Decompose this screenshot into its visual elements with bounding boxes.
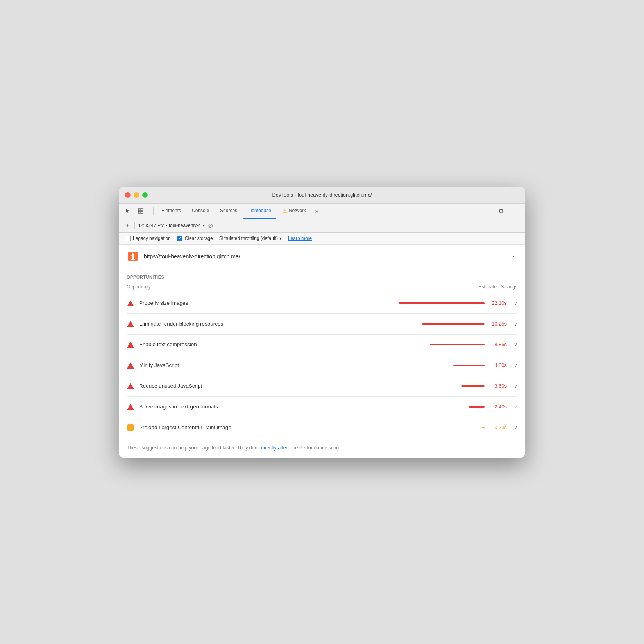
- clear-storage-item: Clear storage: [177, 236, 213, 241]
- savings-bar-container: [399, 302, 485, 304]
- savings-bar-container: [461, 385, 485, 387]
- warning-triangle-icon: [127, 342, 134, 348]
- new-tab-button[interactable]: +: [123, 222, 131, 230]
- opportunity-label: Properly size images: [139, 300, 394, 306]
- tab-icons: [123, 206, 145, 216]
- savings-value-yellow: 0.23s: [489, 424, 507, 430]
- tab-network[interactable]: ⚠ Network: [277, 203, 311, 219]
- learn-more-link[interactable]: Learn more: [288, 236, 312, 241]
- tab-elements[interactable]: Elements: [157, 203, 186, 219]
- savings-bar-container: [482, 427, 485, 428]
- warning-triangle-icon: [127, 300, 134, 306]
- options-bar: Legacy navigation Clear storage Simulate…: [119, 233, 525, 245]
- savings-value: 3.60s: [489, 383, 507, 389]
- savings-bar-container: [422, 323, 485, 325]
- svg-rect-1: [141, 209, 143, 211]
- expand-chevron-icon[interactable]: ∨: [514, 383, 517, 389]
- opportunity-label: Enable text compression: [139, 342, 425, 347]
- savings-bar: [399, 302, 485, 304]
- legacy-navigation-item: Legacy navigation: [125, 236, 171, 241]
- warning-triangle-icon: [127, 383, 134, 389]
- footer-text-before: These suggestions can help your page loa…: [127, 445, 261, 451]
- opportunities-section: OPPORTUNITIES Opportunity Estimated Savi…: [119, 268, 525, 438]
- column-headers: Opportunity Estimated Savings: [127, 284, 517, 293]
- opportunity-row: Minify JavaScript 4.80s ∨: [127, 355, 517, 376]
- legacy-navigation-checkbox[interactable]: [125, 236, 131, 241]
- opportunity-row: Properly size images 22.10s ∨: [127, 293, 517, 314]
- svg-rect-2: [138, 211, 140, 213]
- opportunity-row: Reduce unused JavaScript 3.60s ∨: [127, 376, 517, 397]
- panel-footer: These suggestions can help your page loa…: [119, 438, 525, 458]
- expand-chevron-icon[interactable]: ∨: [514, 363, 517, 368]
- title-bar: DevTools - foul-heavenly-direction.glitc…: [119, 187, 525, 204]
- clear-storage-label: Clear storage: [185, 236, 213, 241]
- settings-icon[interactable]: ⚙: [496, 206, 506, 216]
- maximize-button[interactable]: [142, 192, 148, 198]
- expand-chevron-icon[interactable]: ∨: [514, 321, 517, 327]
- svg-rect-3: [141, 211, 143, 213]
- warning-icon: ⚠: [282, 208, 287, 214]
- opportunity-row: Serve images in next-gen formats 2.40s ∨: [127, 397, 517, 417]
- savings-bar: [469, 406, 485, 408]
- expand-chevron-icon[interactable]: ∨: [514, 425, 517, 430]
- tab-bar: Elements Console Sources Lighthouse ⚠ Ne…: [119, 204, 525, 219]
- tab-console[interactable]: Console: [187, 203, 214, 219]
- svg-rect-6: [131, 259, 135, 260]
- expand-chevron-icon[interactable]: ∨: [514, 342, 517, 347]
- tab-lighthouse[interactable]: Lighthouse: [243, 203, 276, 219]
- warning-triangle-icon: [127, 362, 134, 369]
- url-more-button[interactable]: ⋮: [510, 252, 517, 261]
- savings-value: 2.40s: [489, 404, 507, 410]
- section-title: OPPORTUNITIES: [127, 275, 517, 279]
- savings-bar: [453, 365, 485, 366]
- warning-square-icon: [127, 424, 134, 431]
- col-savings: Estimated Savings: [479, 284, 517, 290]
- savings-value: 8.85s: [489, 342, 507, 347]
- opportunity-label: Reduce unused JavaScript: [139, 383, 456, 389]
- lighthouse-panel: https://foul-heavenly-direction.glitch.m…: [119, 245, 525, 458]
- window-title: DevTools - foul-heavenly-direction.glitc…: [272, 192, 372, 198]
- legacy-navigation-label: Legacy navigation: [133, 236, 171, 241]
- more-tabs-button[interactable]: »: [312, 206, 322, 216]
- savings-bar-yellow: [482, 427, 485, 428]
- warning-triangle-icon: [127, 404, 134, 410]
- minimize-button[interactable]: [134, 192, 139, 198]
- savings-bar: [422, 323, 485, 325]
- savings-bar-container: [469, 406, 485, 408]
- tab-sources[interactable]: Sources: [215, 203, 242, 219]
- traffic-lights: [125, 192, 148, 198]
- inspect-icon[interactable]: [136, 206, 145, 216]
- footer-text-after: the Performance score.: [290, 445, 342, 451]
- savings-bar-container: [453, 365, 485, 366]
- savings-bar-container: [430, 344, 485, 345]
- savings-value: 10.25s: [489, 321, 507, 327]
- savings-bar: [461, 385, 485, 387]
- svg-rect-0: [138, 209, 140, 211]
- close-button[interactable]: [125, 192, 131, 198]
- devtools-window: DevTools - foul-heavenly-direction.glitc…: [119, 187, 525, 458]
- address-bar: + 12:35:47 PM - foul-heavenly-c ▾ ⊘: [119, 219, 525, 233]
- clear-storage-checkbox[interactable]: [177, 236, 182, 241]
- expand-chevron-icon[interactable]: ∨: [514, 301, 517, 306]
- throttling-dropdown[interactable]: Simulated throttling (default) ▾: [219, 236, 282, 241]
- audit-url: https://foul-heavenly-direction.glitch.m…: [144, 253, 506, 259]
- savings-bar: [430, 344, 485, 345]
- savings-value: 22.10s: [489, 300, 507, 306]
- throttling-label: Simulated throttling (default): [219, 236, 278, 241]
- expand-chevron-icon[interactable]: ∨: [514, 404, 517, 410]
- savings-value: 4.80s: [489, 362, 507, 368]
- more-options-icon[interactable]: ⋮: [510, 206, 521, 216]
- opportunity-label: Serve images in next-gen formats: [139, 404, 464, 410]
- address-dropdown-icon[interactable]: ▾: [203, 224, 205, 228]
- address-url: 12:35:47 PM - foul-heavenly-c: [138, 223, 200, 228]
- lighthouse-logo-icon: [127, 250, 139, 263]
- tab-bar-right: ⚙ ⋮: [496, 206, 521, 216]
- directly-affect-link[interactable]: directly affect: [261, 445, 290, 451]
- url-section: https://foul-heavenly-direction.glitch.m…: [119, 245, 525, 268]
- opportunity-row: Enable text compression 8.85s ∨: [127, 335, 517, 355]
- opportunity-label: Preload Largest Contentful Paint image: [139, 424, 478, 430]
- opportunity-label: Minify JavaScript: [139, 362, 449, 368]
- opportunity-label: Eliminate render-blocking resources: [139, 321, 417, 327]
- cursor-icon[interactable]: [123, 206, 133, 216]
- throttling-chevron-icon: ▾: [279, 236, 282, 241]
